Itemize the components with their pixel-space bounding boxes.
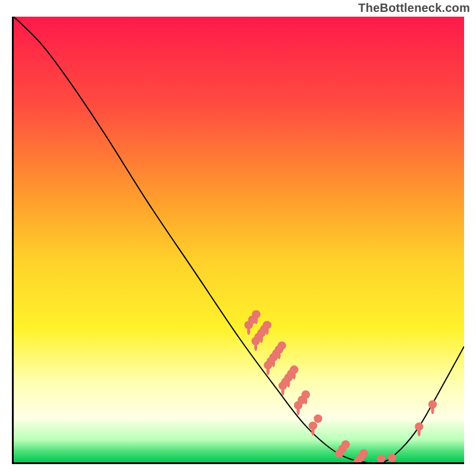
data-marker	[377, 455, 385, 462]
data-marker-drip	[418, 428, 421, 436]
data-marker	[388, 453, 396, 462]
data-marker	[278, 342, 286, 350]
curve-layer	[14, 17, 464, 462]
data-marker-drip	[287, 380, 290, 387]
data-marker-drip	[265, 327, 268, 334]
data-marker-drip	[281, 387, 284, 395]
attribution-label: TheBottleneck.com	[358, 1, 470, 15]
data-marker	[342, 440, 350, 449]
data-marker-drip	[254, 343, 257, 350]
marker-group	[245, 310, 437, 462]
data-marker-drip	[247, 327, 250, 334]
data-marker-drip	[272, 359, 275, 367]
data-marker-drip	[296, 407, 299, 415]
data-marker-drip	[255, 316, 258, 324]
data-marker	[314, 414, 322, 422]
data-marker-drip	[260, 335, 263, 343]
bottleneck-curve	[14, 17, 464, 462]
data-marker-drip	[311, 428, 314, 436]
data-marker-drip	[267, 367, 270, 375]
data-marker-drip	[277, 351, 280, 359]
data-marker-drip	[431, 406, 434, 414]
plot-area	[12, 17, 464, 464]
data-marker	[359, 449, 368, 458]
chart-frame: TheBottleneck.com	[0, 0, 476, 476]
data-marker-drip	[304, 396, 307, 404]
data-marker-drip	[293, 371, 296, 379]
